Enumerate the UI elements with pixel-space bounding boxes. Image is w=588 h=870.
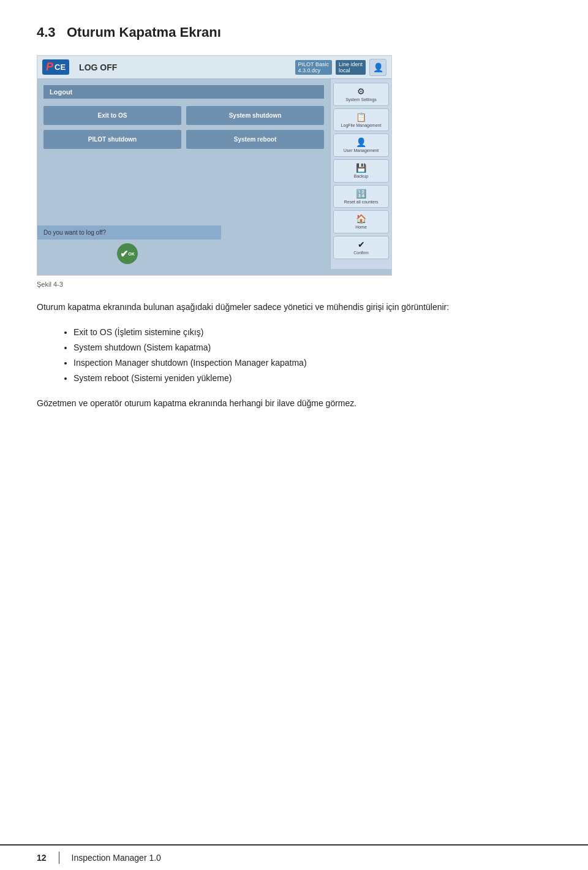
app-header: P CE LOG OFF PILOT Basic 4.3.0.dcy Line … — [37, 56, 391, 79]
logfile-management-btn[interactable]: 📋 LogFile Management — [333, 108, 389, 132]
feature-list: Exit to OS (İşletim sistemine çıkış) Sys… — [74, 325, 551, 387]
app-logo: P CE — [42, 59, 69, 75]
ok-button[interactable]: ✔ OK — [117, 243, 138, 264]
list-item: System reboot (Sistemi yeniden yükleme) — [74, 371, 551, 386]
body-intro-text: Oturum kapatma ekranında bulunan aşağıda… — [37, 300, 551, 315]
system-shutdown-button[interactable]: System shutdown — [186, 106, 324, 125]
figure-caption: Şekil 4-3 — [37, 281, 551, 288]
button-grid: Exit to OS System shutdown PILOT shutdow… — [43, 106, 324, 149]
page-number: 12 — [37, 853, 47, 863]
user-management-icon: 👤 — [356, 137, 366, 147]
reset-counters-btn[interactable]: 🔢 Reset all counters — [333, 185, 389, 208]
exit-os-button[interactable]: Exit to OS — [43, 106, 181, 125]
page-footer: 12 Inspection Manager 1.0 — [0, 844, 588, 870]
ok-btn-row: ✔ OK — [117, 243, 138, 264]
home-btn[interactable]: 🏠 Home — [333, 210, 389, 233]
list-item: Inspection Manager shutdown (Inspection … — [74, 355, 551, 371]
home-icon: 🏠 — [356, 214, 366, 224]
pilot-shutdown-button[interactable]: PILOT shutdown — [43, 130, 181, 149]
user-icon-button[interactable]: 👤 — [369, 59, 386, 76]
logout-bar: Logout — [43, 85, 324, 99]
confirm-btn[interactable]: ✔ Confirm — [333, 236, 389, 259]
screenshot-container: P CE LOG OFF PILOT Basic 4.3.0.dcy Line … — [37, 55, 392, 276]
footer-title: Inspection Manager 1.0 — [72, 853, 161, 863]
settings-icon: ⚙ — [357, 86, 365, 96]
footer-divider — [59, 852, 59, 864]
section-heading: 4.3 Oturum Kapatma Ekranı — [37, 25, 551, 40]
counter-icon: 🔢 — [356, 189, 366, 199]
list-item: System shutdown (Sistem kapatma) — [74, 340, 551, 355]
header-title: LOG OFF — [79, 62, 290, 72]
header-info: PILOT Basic 4.3.0.dcy Line ident local 👤 — [295, 59, 386, 76]
logfile-icon: 📋 — [356, 112, 366, 122]
user-management-btn[interactable]: 👤 User Management — [333, 134, 389, 157]
note-text: Gözetmen ve operatör oturum kapatma ekra… — [37, 396, 551, 411]
list-item: Exit to OS (İşletim sistemine çıkış) — [74, 325, 551, 340]
backup-btn[interactable]: 💾 Backup — [333, 159, 389, 183]
left-panel: Logout Exit to OS System shutdown PILOT … — [37, 79, 330, 269]
backup-icon: 💾 — [356, 163, 366, 173]
line-ident-badge: Line ident local — [336, 60, 366, 75]
status-text: Do you want to log off? — [37, 225, 221, 240]
confirm-icon: ✔ — [358, 240, 365, 249]
pilot-basic-label: PILOT Basic 4.3.0.dcy — [295, 60, 332, 75]
app-body: Logout Exit to OS System shutdown PILOT … — [37, 79, 391, 269]
system-reboot-button[interactable]: System reboot — [186, 130, 324, 149]
right-sidebar: ⚙ System Settings 📋 LogFile Management 👤… — [330, 79, 391, 269]
system-settings-btn[interactable]: ⚙ System Settings — [333, 83, 389, 106]
